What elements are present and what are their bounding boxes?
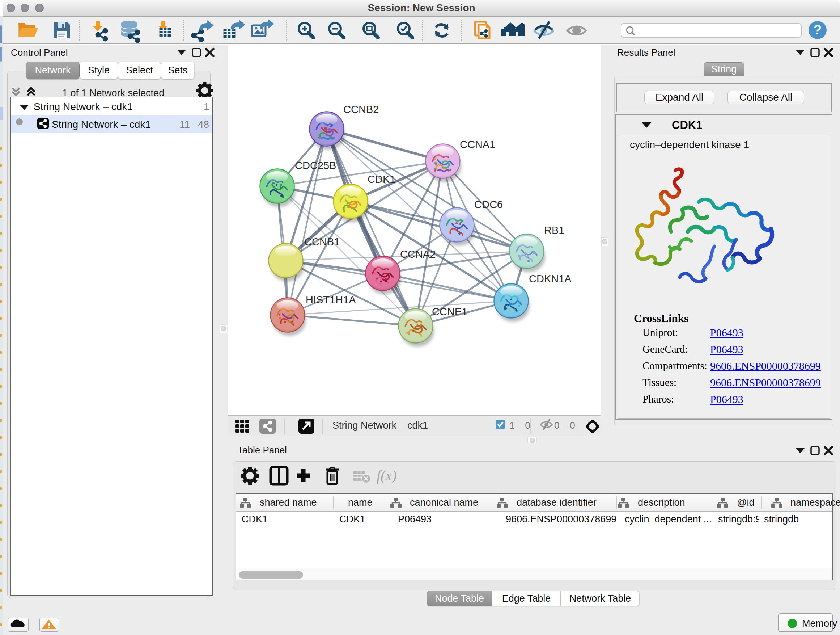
- svg-text:CCNA2: CCNA2: [400, 249, 436, 260]
- svg-text:HIST1H1A: HIST1H1A: [306, 294, 356, 306]
- svg-text:CCNB2: CCNB2: [343, 103, 379, 115]
- svg-text:CDC6: CDC6: [474, 199, 503, 211]
- svg-text:CCNA1: CCNA1: [460, 139, 495, 150]
- svg-text:CDC25B: CDC25B: [295, 160, 336, 171]
- svg-text:?: ?: [813, 22, 821, 37]
- svg-text:CDK1: CDK1: [368, 173, 395, 185]
- svg-text:CCNE1: CCNE1: [432, 306, 467, 318]
- svg-text:CCNB1: CCNB1: [304, 236, 340, 248]
- svg-text:CDKN1A: CDKN1A: [529, 273, 572, 285]
- svg-text:RB1: RB1: [544, 225, 564, 236]
